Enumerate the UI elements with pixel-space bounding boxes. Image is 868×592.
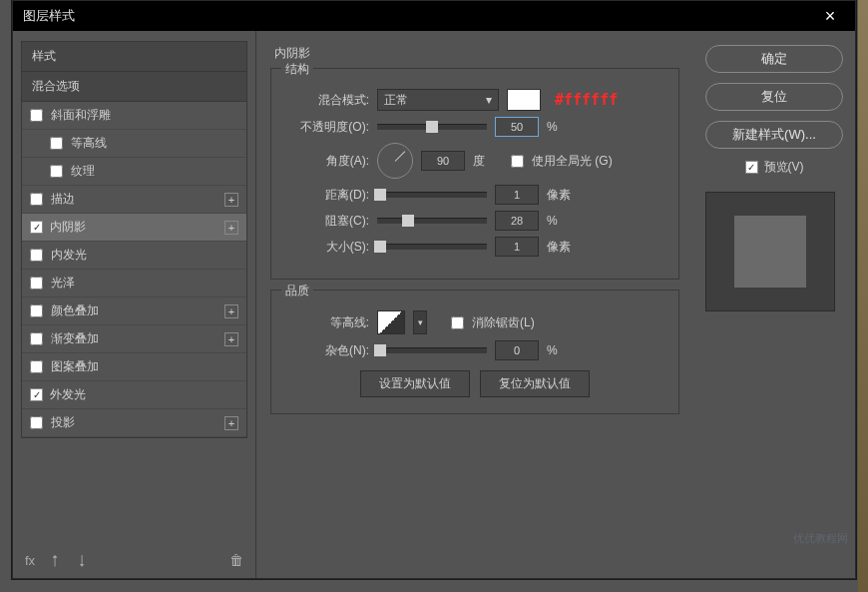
sidebar-header-blend[interactable]: 混合选项: [22, 72, 246, 102]
global-light-label: 使用全局光 (G): [532, 153, 613, 170]
noise-label: 杂色(N):: [283, 342, 369, 359]
quality-fieldset: 品质 等高线: ▾ 消除锯齿(L) 杂色(N): % 设置为默认值: [270, 290, 679, 414]
checkbox[interactable]: [30, 416, 43, 429]
style-item-inner-glow[interactable]: 内发光: [22, 242, 246, 270]
action-column: 确定 复位 新建样式(W)... ✓ 预览(V): [693, 31, 855, 578]
size-label: 大小(S):: [283, 239, 369, 256]
style-item-color-overlay[interactable]: 颜色叠加+: [22, 297, 246, 325]
hex-annotation: #ffffff: [555, 91, 618, 109]
slider-thumb[interactable]: [374, 344, 386, 356]
style-item-inner-shadow[interactable]: ✓ 内阴影+: [22, 214, 246, 242]
preview-swatch: [734, 216, 806, 288]
choke-input[interactable]: [495, 211, 539, 231]
make-default-button[interactable]: 设置为默认值: [360, 370, 470, 397]
opacity-label: 不透明度(O):: [283, 119, 369, 136]
preview-box: [705, 192, 835, 311]
sidebar-header-styles[interactable]: 样式: [22, 42, 246, 72]
angle-label: 角度(A):: [283, 153, 369, 170]
antialias-label: 消除锯齿(L): [472, 314, 535, 331]
checkbox[interactable]: [30, 360, 43, 373]
style-item-contour[interactable]: 等高线: [22, 130, 246, 158]
checkbox[interactable]: [50, 137, 63, 150]
size-input[interactable]: [495, 237, 539, 257]
opacity-input[interactable]: [495, 117, 539, 137]
choke-label: 阻塞(C):: [283, 213, 369, 230]
blend-mode-label: 混合模式:: [283, 92, 369, 109]
new-style-button[interactable]: 新建样式(W)...: [705, 121, 843, 149]
checkbox[interactable]: ✓: [30, 388, 43, 401]
style-item-outer-glow[interactable]: ✓ 外发光: [22, 381, 246, 409]
settings-panel: 内阴影 结构 混合模式: 正常▾ #ffffff 不透明度(O): % 角度(A…: [256, 31, 693, 578]
up-arrow-icon[interactable]: ⭡: [49, 553, 62, 568]
blend-mode-select[interactable]: 正常▾: [377, 89, 499, 111]
fx-menu-icon[interactable]: fx: [25, 553, 35, 568]
chevron-down-icon: ▾: [486, 93, 492, 107]
distance-label: 距离(D):: [283, 187, 369, 204]
checkbox[interactable]: [30, 109, 43, 122]
plus-icon[interactable]: +: [224, 332, 238, 346]
checkbox[interactable]: [30, 304, 43, 317]
plus-icon[interactable]: +: [224, 304, 238, 318]
structure-fieldset: 结构 混合模式: 正常▾ #ffffff 不透明度(O): % 角度(A):: [270, 68, 679, 280]
style-item-pattern-overlay[interactable]: 图案叠加: [22, 353, 246, 381]
checkbox[interactable]: [30, 249, 43, 262]
preview-checkbox[interactable]: ✓: [745, 161, 758, 174]
contour-picker[interactable]: [377, 310, 405, 334]
style-item-bevel[interactable]: 斜面和浮雕: [22, 102, 246, 130]
checkbox[interactable]: [30, 193, 43, 206]
antialias-checkbox[interactable]: [451, 316, 464, 329]
down-arrow-icon[interactable]: ⭣: [76, 553, 89, 568]
angle-input[interactable]: [421, 151, 465, 171]
layer-style-dialog: 图层样式 × 样式 混合选项 斜面和浮雕 等高线 纹理 描边+ ✓ 内阴影+ 内…: [12, 0, 856, 579]
plus-icon[interactable]: +: [224, 416, 238, 430]
panel-title: 内阴影: [274, 45, 679, 62]
style-item-drop-shadow[interactable]: 投影+: [22, 409, 246, 437]
preview-label: 预览(V): [764, 159, 804, 176]
noise-input[interactable]: [495, 340, 539, 360]
slider-thumb[interactable]: [374, 189, 386, 201]
checkbox[interactable]: [30, 277, 43, 290]
noise-slider[interactable]: [377, 347, 487, 353]
styles-sidebar: 样式 混合选项 斜面和浮雕 等高线 纹理 描边+ ✓ 内阴影+ 内发光 光泽 颜…: [13, 31, 256, 578]
trash-icon[interactable]: 🗑: [229, 552, 243, 568]
titlebar: 图层样式 ×: [13, 1, 855, 31]
slider-thumb[interactable]: [426, 121, 438, 133]
watermark: 优优教程网: [793, 531, 848, 546]
plus-icon[interactable]: +: [224, 193, 238, 207]
slider-thumb[interactable]: [374, 241, 386, 253]
angle-dial[interactable]: [377, 143, 413, 179]
style-item-satin[interactable]: 光泽: [22, 270, 246, 297]
checkbox[interactable]: [30, 332, 43, 345]
style-item-stroke[interactable]: 描边+: [22, 186, 246, 214]
checkbox[interactable]: ✓: [30, 221, 43, 234]
style-item-texture[interactable]: 纹理: [22, 158, 246, 186]
reset-default-button[interactable]: 复位为默认值: [480, 370, 590, 397]
plus-icon[interactable]: +: [224, 221, 238, 235]
dialog-title: 图层样式: [23, 7, 75, 25]
distance-slider[interactable]: [377, 192, 487, 198]
slider-thumb[interactable]: [402, 215, 414, 227]
cancel-button[interactable]: 复位: [705, 83, 843, 111]
contour-label: 等高线:: [283, 314, 369, 331]
chevron-down-icon[interactable]: ▾: [413, 310, 427, 334]
style-item-gradient-overlay[interactable]: 渐变叠加+: [22, 325, 246, 353]
close-icon[interactable]: ×: [815, 6, 845, 27]
distance-input[interactable]: [495, 185, 539, 205]
choke-slider[interactable]: [377, 218, 487, 224]
ok-button[interactable]: 确定: [705, 45, 843, 73]
opacity-slider[interactable]: [377, 124, 487, 130]
checkbox[interactable]: [50, 165, 63, 178]
size-slider[interactable]: [377, 244, 487, 250]
global-light-checkbox[interactable]: [511, 155, 524, 168]
color-swatch[interactable]: [507, 89, 541, 111]
